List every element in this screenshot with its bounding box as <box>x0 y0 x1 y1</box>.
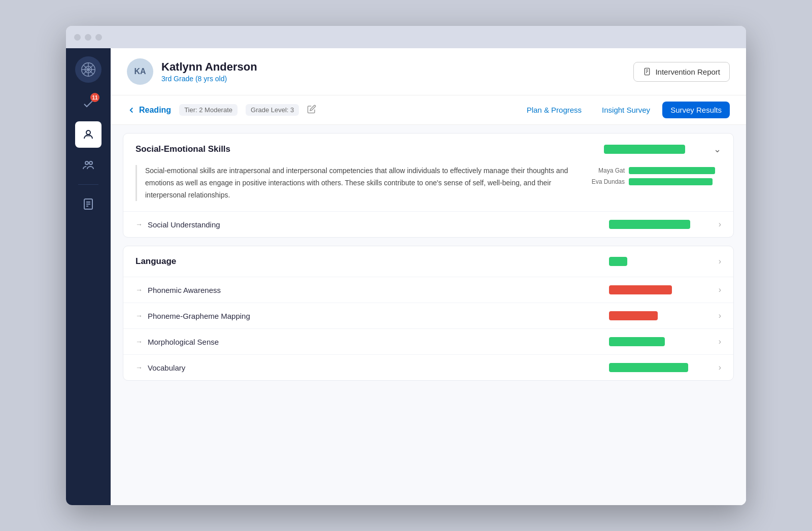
chevron-right-morphological-icon: › <box>719 337 721 346</box>
sub-item-title-vocabulary: Vocabulary <box>148 363 185 372</box>
header: KA Katlynn Anderson 3rd Grade (8 yrs old… <box>111 48 746 95</box>
sub-item-phoneme-grapheme[interactable]: → Phoneme-Grapheme Mapping › <box>123 303 733 328</box>
student-grade: 3rd Grade (8 yrs old) <box>161 75 257 83</box>
header-left: KA Katlynn Anderson 3rd Grade (8 yrs old… <box>127 58 257 85</box>
svg-point-9 <box>89 161 92 164</box>
subheader-left: Reading Tier: 2 Moderate Grade Level: 3 <box>127 104 316 116</box>
sidebar-item-group[interactable] <box>75 152 101 178</box>
sub-item-right-phoneme-grapheme: › <box>609 311 721 320</box>
subheader: Reading Tier: 2 Moderate Grade Level: 3 … <box>111 95 746 125</box>
rater-bars: Maya Gat Eva Dundas <box>589 165 721 201</box>
rater-row-eva: Eva Dundas <box>589 178 721 185</box>
sidebar: 11 <box>66 48 111 505</box>
sidebar-item-student[interactable] <box>75 121 101 148</box>
main-bar-language <box>609 257 710 266</box>
chevron-right-icon: › <box>719 220 721 229</box>
sub-item-morphological[interactable]: → Morphological Sense › <box>123 328 733 354</box>
sidebar-logo[interactable] <box>75 56 101 83</box>
sub-bar-vocabulary <box>609 363 710 372</box>
sub-bar-fill-morphological <box>609 337 665 346</box>
arrow-icon-phoneme-grapheme: → <box>136 312 143 320</box>
sub-item-right-social-understanding: › <box>609 220 721 229</box>
back-button[interactable]: Reading <box>127 106 171 115</box>
sub-bar-phonemic <box>609 285 710 294</box>
svg-point-6 <box>86 130 90 135</box>
tab-plan-progress[interactable]: Plan & Progress <box>519 102 590 118</box>
chevron-right-phoneme-grapheme-icon: › <box>719 311 721 320</box>
app-window: 11 <box>66 26 746 505</box>
content-area: Social-Emotional Skills ⌄ Social-emotion… <box>111 125 746 505</box>
titlebar-dot-1 <box>74 34 81 41</box>
sidebar-item-report[interactable] <box>75 191 101 217</box>
sub-bar-fill-phoneme-grapheme <box>609 311 658 320</box>
section-header-language[interactable]: Language › <box>123 246 733 277</box>
sub-item-left-phonemic: → Phonemic Awareness <box>136 286 221 294</box>
chevron-right-vocabulary-icon: › <box>719 363 721 372</box>
back-label: Reading <box>139 106 171 115</box>
sidebar-item-checklist[interactable]: 11 <box>75 91 101 117</box>
rater-bar-eva <box>629 178 713 185</box>
app-body: 11 <box>66 48 746 505</box>
sub-bar-phoneme-grapheme <box>609 311 710 320</box>
description-text: Social-emotional skills are intrapersona… <box>145 165 573 201</box>
sub-item-right-morphological: › <box>609 337 721 346</box>
section-right-language: › <box>609 257 721 266</box>
section-language: Language › → Phonemic Awareness <box>123 246 734 381</box>
rater-name-eva: Eva Dundas <box>589 178 625 185</box>
student-info: Katlynn Anderson 3rd Grade (8 yrs old) <box>161 60 257 83</box>
sub-item-left-phoneme-grapheme: → Phoneme-Grapheme Mapping <box>136 312 250 320</box>
intervention-report-button[interactable]: Intervention Report <box>633 62 730 82</box>
tab-insight-survey[interactable]: Insight Survey <box>594 102 658 118</box>
avatar: KA <box>127 58 153 85</box>
rater-bar-maya <box>629 167 715 174</box>
sub-item-social-understanding[interactable]: → Social Understanding › <box>123 211 733 237</box>
arrow-icon-phonemic: → <box>136 286 143 294</box>
arrow-icon-vocabulary: → <box>136 363 143 372</box>
sub-bar-fill-social-understanding <box>609 220 690 229</box>
sub-item-left-social-understanding: → Social Understanding <box>136 220 220 229</box>
sub-item-title-morphological: Morphological Sense <box>148 338 219 346</box>
arrow-icon: → <box>136 220 143 228</box>
sidebar-divider <box>78 184 98 185</box>
bar-fill-language <box>609 257 627 266</box>
grade-level-badge: Grade Level: 3 <box>246 104 299 116</box>
sub-bar-social-understanding <box>609 220 710 229</box>
intervention-report-label: Intervention Report <box>655 68 720 76</box>
chevron-down-icon: ⌄ <box>714 144 721 155</box>
edit-icon[interactable] <box>307 105 316 116</box>
sub-item-left-morphological: → Morphological Sense <box>136 338 219 346</box>
titlebar-dot-2 <box>85 34 91 41</box>
section-social-emotional: Social-Emotional Skills ⌄ Social-emotion… <box>123 133 734 238</box>
sub-item-vocabulary[interactable]: → Vocabulary › <box>123 354 733 380</box>
arrow-icon-morphological: → <box>136 338 143 346</box>
titlebar <box>66 26 746 48</box>
tier-badge: Tier: 2 Moderate <box>179 104 238 116</box>
section-header-social-emotional[interactable]: Social-Emotional Skills ⌄ <box>123 134 733 165</box>
section-title-language: Language <box>136 256 176 267</box>
description-block: Social-emotional skills are intrapersona… <box>136 165 573 201</box>
section-title-social-emotional: Social-Emotional Skills <box>136 144 230 154</box>
main-bar-social-emotional <box>604 145 705 154</box>
sub-item-right-vocabulary: › <box>609 363 721 372</box>
rater-name-maya: Maya Gat <box>589 167 625 174</box>
titlebar-dot-3 <box>95 34 102 41</box>
student-name: Katlynn Anderson <box>161 60 257 74</box>
tab-survey-results[interactable]: Survey Results <box>662 102 730 118</box>
sub-item-left-vocabulary: → Vocabulary <box>136 363 185 372</box>
section-right-social-emotional: ⌄ <box>604 144 721 155</box>
svg-rect-7 <box>86 135 90 137</box>
sub-bar-morphological <box>609 337 710 346</box>
sub-item-title-phoneme-grapheme: Phoneme-Grapheme Mapping <box>148 312 250 320</box>
sub-item-phonemic-awareness[interactable]: → Phonemic Awareness › <box>123 277 733 303</box>
chevron-right-phonemic-icon: › <box>719 285 721 294</box>
chevron-right-language-icon: › <box>719 257 721 266</box>
svg-point-8 <box>85 161 88 164</box>
sub-item-right-phonemic: › <box>609 285 721 294</box>
sub-item-title-social-understanding: Social Understanding <box>148 220 220 229</box>
sub-item-title-phonemic: Phonemic Awareness <box>148 286 221 294</box>
sub-bar-fill-vocabulary <box>609 363 688 372</box>
main-content: KA Katlynn Anderson 3rd Grade (8 yrs old… <box>111 48 746 505</box>
rater-row-maya: Maya Gat <box>589 167 721 174</box>
section-expanded-social-emotional: Social-emotional skills are intrapersona… <box>123 165 733 211</box>
bar-fill-social-emotional <box>604 145 685 154</box>
